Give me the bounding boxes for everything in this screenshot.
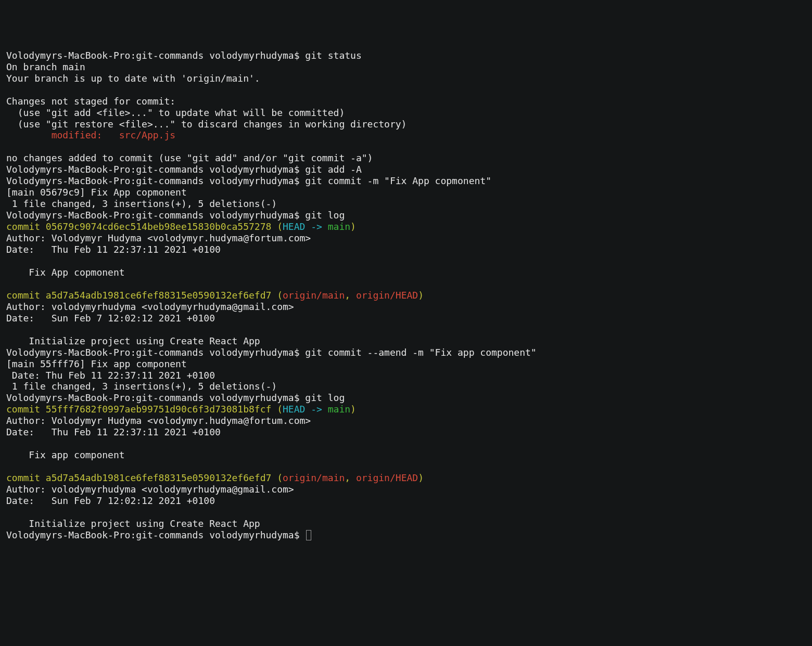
status-branch: On branch main: [6, 61, 85, 72]
log-message: Fix App copmonent: [6, 267, 125, 278]
amend-stats: 1 file changed, 3 insertions(+), 5 delet…: [6, 381, 277, 392]
prompt: Volodymyrs-MacBook-Pro:git-commands volo…: [6, 529, 305, 540]
log-commit-hash: commit 05679c9074cd6ec514beb98ee15830b0c…: [6, 221, 271, 232]
log-head-ref: HEAD ->: [283, 221, 328, 232]
log-paren: ): [350, 221, 356, 232]
log-paren: (: [271, 472, 283, 483]
log-paren: (: [271, 290, 283, 301]
log-remote-ref: origin/HEAD: [356, 472, 418, 483]
log-message: Fix app component: [6, 449, 125, 460]
log-commit-hash: commit a5d7a54adb1981ce6fef88315e0590132…: [6, 472, 271, 483]
status-modified-file: modified: src/App.js: [6, 130, 175, 140]
log-author: Author: volodymyrhudyma <volodymyrhudyma…: [6, 301, 294, 312]
log-date: Date: Thu Feb 11 22:37:11 2021 +0100: [6, 427, 221, 437]
prompt: Volodymyrs-MacBook-Pro:git-commands volo…: [6, 175, 305, 186]
log-branch-ref: main: [328, 404, 350, 415]
log-author: Author: Volodymyr Hudyma <volodymyr.hudy…: [6, 415, 311, 426]
command-git-log: git log: [305, 392, 345, 403]
status-hint-restore: (use "git restore <file>..." to discard …: [6, 119, 407, 130]
log-head-ref: HEAD ->: [283, 404, 328, 415]
commit-stats: 1 file changed, 3 insertions(+), 5 delet…: [6, 198, 277, 209]
log-branch-ref: main: [328, 221, 350, 232]
commit-summary: [main 05679c9] Fix App copmonent: [6, 187, 187, 198]
amend-date: Date: Thu Feb 11 22:37:11 2021 +0100: [6, 370, 215, 381]
cursor-icon: [306, 530, 311, 540]
command-git-log: git log: [305, 210, 345, 221]
log-remote-ref: origin/HEAD: [356, 290, 418, 301]
log-commit-hash: commit 55fff7682f0997aeb99751d90c6f3d730…: [6, 404, 271, 415]
log-author: Author: Volodymyr Hudyma <volodymyr.hudy…: [6, 232, 311, 243]
terminal-output[interactable]: Volodymyrs-MacBook-Pro:git-commands volo…: [6, 50, 806, 541]
log-paren: (: [271, 221, 283, 232]
log-paren: ): [418, 290, 424, 301]
log-commit-hash: commit a5d7a54adb1981ce6fef88315e0590132…: [6, 290, 271, 301]
status-no-added: no changes added to commit (use "git add…: [6, 152, 373, 163]
command-git-commit-amend: git commit --amend -m "Fix app component…: [305, 347, 536, 358]
log-date: Date: Thu Feb 11 22:37:11 2021 +0100: [6, 244, 221, 255]
log-remote-ref: origin/main: [283, 290, 345, 301]
log-sep: ,: [345, 472, 356, 483]
log-remote-ref: origin/main: [283, 472, 345, 483]
status-notstaged: Changes not staged for commit:: [6, 96, 175, 107]
log-sep: ,: [345, 290, 356, 301]
prompt: Volodymyrs-MacBook-Pro:git-commands volo…: [6, 164, 305, 175]
log-message: Initialize project using Create React Ap…: [6, 518, 260, 529]
amend-summary: [main 55fff76] Fix app component: [6, 358, 187, 369]
command-git-commit: git commit -m "Fix App copmonent": [305, 175, 491, 186]
prompt: Volodymyrs-MacBook-Pro:git-commands volo…: [6, 392, 305, 403]
command-git-add: git add -A: [305, 164, 361, 175]
log-paren: (: [271, 404, 283, 415]
command-git-status: git status: [305, 50, 361, 61]
prompt: Volodymyrs-MacBook-Pro:git-commands volo…: [6, 347, 305, 358]
log-author: Author: volodymyrhudyma <volodymyrhudyma…: [6, 484, 294, 495]
log-date: Date: Sun Feb 7 12:02:12 2021 +0100: [6, 313, 215, 324]
prompt: Volodymyrs-MacBook-Pro:git-commands volo…: [6, 210, 305, 221]
log-date: Date: Sun Feb 7 12:02:12 2021 +0100: [6, 495, 215, 506]
log-paren: ): [350, 404, 356, 415]
log-message: Initialize project using Create React Ap…: [6, 335, 260, 346]
status-uptodate: Your branch is up to date with 'origin/m…: [6, 73, 260, 84]
prompt: Volodymyrs-MacBook-Pro:git-commands volo…: [6, 50, 305, 61]
log-paren: ): [418, 472, 424, 483]
status-hint-add: (use "git add <file>..." to update what …: [6, 107, 345, 118]
